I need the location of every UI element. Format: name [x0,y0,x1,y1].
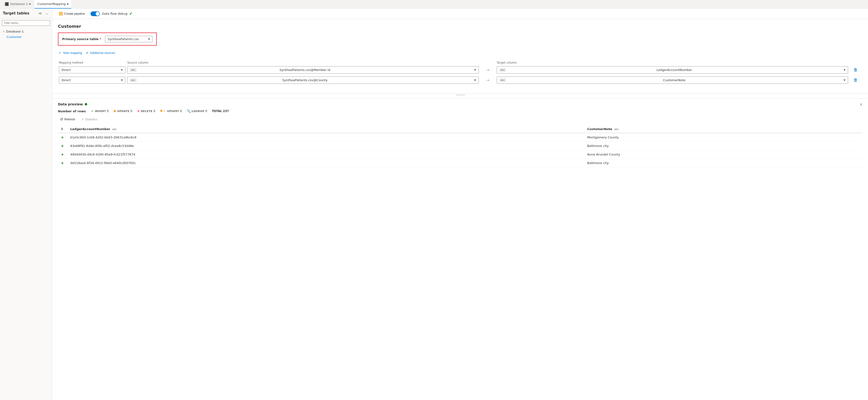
delete-label: DELETE [141,110,152,113]
row4-indicator: + [61,161,64,165]
check-icon: ✔ [86,51,89,55]
method-dropdown-2[interactable]: Direct ▼ [59,77,125,84]
method-arrow-1: ▼ [121,69,123,71]
source-arrow-2: ▼ [474,79,476,81]
col-ledger-header: LedgerAccountNumber abc [67,125,584,133]
mapping-row-1: Direct ▼ abc SyntheaPatients.csv@Member … [58,66,862,74]
method-value-2: Direct [62,78,71,82]
tab-customermapping[interactable]: CustomerMapping [34,0,71,8]
upsert-label: UPSERT [167,110,179,113]
total-count: TOTAL 237 [212,109,229,113]
row-counts: Number of rows ＋ INSERT 0 ✱ UPDATE 0 ✕ D… [58,109,862,113]
filter-input[interactable] [2,20,50,26]
number-of-rows-label: Number of rows [58,109,86,113]
refresh-icon: ↺ [60,117,63,122]
col-sort-header: ↕ [58,125,67,133]
col-ledger-type: abc [112,128,117,131]
source-value-2: SyntheaPatients.csv@County [282,78,328,82]
data-preview: Data preview ∧ Number of rows ＋ INSERT 0… [52,98,868,400]
divider-handle [456,95,465,95]
sidebar-header: Target tables ≪ ⌄ [0,8,52,18]
insert-icon: ＋ [91,109,94,113]
debug-toggle-container: Data flow debug ✔ [91,11,132,16]
sidebar-customer-label: Customer [7,35,22,39]
table-row: + 63e08f91-8a9e-40fe-af02-dcee8c53d48e B… [58,142,862,150]
target-dropdown-1[interactable]: abc LedgerAccountNumber ▼ [497,66,848,74]
action-buttons: ＋ New mapping ✔ Additional sources [58,49,862,56]
lookup-icon: 🔍 [187,109,191,113]
target-dropdown-2[interactable]: abc CustomerNote ▼ [497,76,848,84]
table-row: + b1e5c90d-1cb9-4202-bb03-26631a9bc6c8 M… [58,133,862,142]
insert-label: INSERT [95,110,106,113]
refresh-label: Refresh [64,118,75,121]
preview-header: Data preview ∧ [58,102,862,106]
source-dropdown-1[interactable]: abc SyntheaPatients.csv@Member id ▼ [127,66,479,74]
sidebar-filter-container [0,18,52,28]
lookup-value: 0 [206,109,207,113]
arrow-connector-2: → [480,78,495,82]
sidebar-item-database1[interactable]: ∨ Database 1 [0,29,52,34]
statistics-button[interactable]: ≡ Statistics [80,116,99,122]
database-icon: ⬛ [5,2,9,6]
delete-mapping-2[interactable]: 🗑 [850,77,861,84]
source-arrow-1: ▼ [474,69,476,71]
table-header-row: ↕ LedgerAccountNumber abc CustomerNote a… [58,125,862,133]
col-note-header: CustomerNote abc [584,125,862,133]
row1-ledger: b1e5c90d-1cb9-4202-bb03-26631a9bc6c8 [67,133,584,142]
target-value-2: CustomerNote [663,78,685,82]
sort-icon: ↕ [61,127,63,131]
col-source-header: Source column [127,61,479,64]
expand-collapse-button[interactable]: ⌄ [44,11,49,16]
update-label: UPDATE [117,110,130,113]
tab-customermapping-label: CustomerMapping [37,2,66,6]
resize-divider[interactable] [52,93,868,96]
source-dropdown-2[interactable]: abc SyntheaPatients.csv@County ▼ [127,76,479,84]
sidebar-controls: ≪ ⌄ [37,11,49,16]
section-title: Customer [58,24,862,29]
toggle-knob [96,12,99,16]
insert-value: 0 [107,109,109,113]
preview-title-text: Data preview [58,102,83,106]
create-pipeline-button[interactable]: 🔀 Create pipeline [57,11,87,16]
collapse-all-button[interactable]: ≪ [37,11,43,16]
data-table-wrapper[interactable]: ↕ LedgerAccountNumber abc CustomerNote a… [58,125,862,167]
sidebar-item-customer[interactable]: Customer [0,34,52,40]
additional-sources-label: Additional sources [90,51,115,55]
refresh-button[interactable]: ↺ Refresh [58,116,77,123]
update-value: 0 [130,109,132,113]
delete-icon: ✕ [137,109,140,113]
lookup-count: 🔍 LOOKUP 0 [187,109,207,113]
sidebar: Target tables ≪ ⌄ ∨ Database 1 Customer [0,8,52,400]
statistics-label: Statistics [85,118,97,121]
method-arrow-2: ▼ [121,79,123,81]
debug-toggle[interactable] [91,11,100,16]
abc-badge-1: abc [130,68,136,72]
app-container: ⬛ Database 1 CustomerMapping Target tabl… [0,0,868,400]
new-mapping-button[interactable]: ＋ New mapping [58,49,82,56]
lookup-label: LOOKUP [192,110,205,113]
data-table: ↕ LedgerAccountNumber abc CustomerNote a… [58,125,862,167]
upsert-icon: ✱＋ [160,109,166,113]
status-dot [85,103,87,105]
collapse-preview-button[interactable]: ∧ [860,102,862,106]
table-row: + de518aa5-6f34-4912-99e0-e640cd50765c B… [58,159,862,167]
row4-note: Baltimore city [584,159,862,167]
target-arrow-2: ▼ [843,79,845,81]
delete-mapping-1[interactable]: 🗑 [850,66,861,73]
dropdown-arrow-icon: ▼ [148,38,150,40]
primary-source-label: Primary source table * [62,37,101,41]
row4-ledger: de518aa5-6f34-4912-99e0-e640cd50765c [67,159,584,167]
primary-source-dropdown[interactable]: SyntheaPatients.csv ▼ [105,36,152,42]
row2-indicator: + [61,144,64,148]
tab-database1-dot [29,3,31,5]
preview-toolbar: ↺ Refresh ≡ Statistics [58,116,862,123]
plus-icon: ＋ [58,50,62,55]
tab-bar: ⬛ Database 1 CustomerMapping [0,0,868,8]
row3-indicator: + [61,152,64,157]
pipeline-icon: 🔀 [59,12,63,15]
target-value-1: LedgerAccountNumber [657,68,692,72]
additional-sources-button[interactable]: ✔ Additional sources [86,49,115,56]
method-dropdown-1[interactable]: Direct ▼ [59,66,125,73]
tab-customermapping-dot [67,3,68,5]
tab-database1[interactable]: ⬛ Database 1 [2,0,33,8]
